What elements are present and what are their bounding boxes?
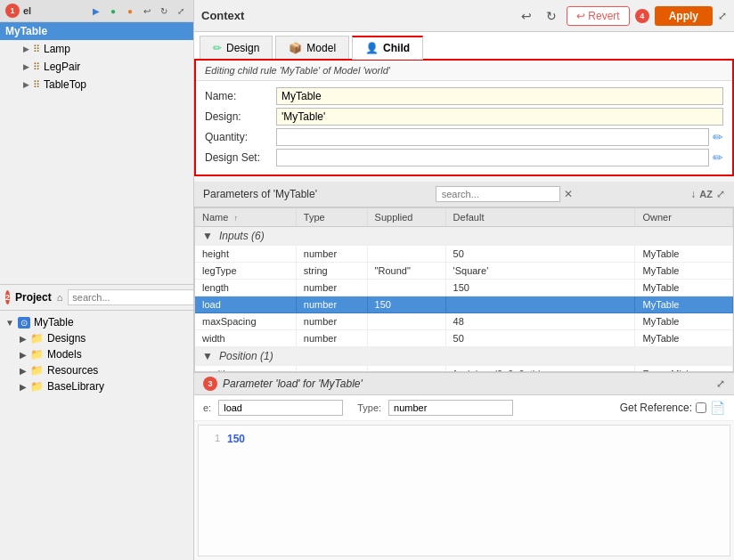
expand-icon[interactable]: ⤢ — [174, 4, 188, 18]
ptree-children: ▶ 📁 Designs ▶ 📁 Models ▶ 📁 Resources ▶ 📁 — [0, 330, 193, 394]
ptree-designs[interactable]: ▶ 📁 Designs — [14, 330, 193, 346]
redo-context-button[interactable]: ↻ — [542, 6, 561, 26]
tab-design[interactable]: ✏ Design — [200, 36, 273, 59]
circle-green-icon[interactable]: ● — [106, 4, 120, 18]
name-input[interactable] — [276, 87, 723, 105]
tree-item-lamp[interactable]: ▶ ⠿ Lamp — [18, 40, 193, 58]
design-row: Design: — [205, 108, 723, 126]
ptree-baselibrary[interactable]: ▶ 📁 BaseLibrary — [14, 378, 193, 394]
arrow-right-resources: ▶ — [20, 366, 27, 376]
circle-orange-icon[interactable]: ● — [123, 4, 137, 18]
cell-type: number — [296, 246, 367, 263]
project-icon1[interactable]: ⌂ — [57, 292, 63, 303]
cell-name: maxSpacing — [195, 313, 296, 330]
param-name-label: e: — [203, 402, 211, 413]
badge-2: 2 — [5, 290, 10, 304]
child-tab-label: Child — [383, 42, 410, 54]
expand-params-icon[interactable]: ⤢ — [716, 188, 725, 200]
cell-name: legType — [195, 263, 296, 280]
lamp-icon: ⠿ — [33, 44, 40, 55]
code-area: 1 150 — [198, 425, 730, 556]
designset-input[interactable] — [276, 149, 709, 166]
quantity-edit-icon[interactable]: ✏ — [713, 130, 723, 144]
param-editor-maximize-icon[interactable]: ⤢ — [716, 377, 725, 390]
project-header: 2 Project ⌂ ⤢ — [0, 285, 193, 311]
maximize-context-button[interactable]: ⤢ — [718, 10, 727, 22]
table-row[interactable]: legType string "Round" 'Square' MyTable — [195, 263, 733, 280]
context-title: Context — [201, 9, 244, 22]
badge-4: 4 — [635, 9, 649, 23]
undo-icon[interactable]: ↩ — [140, 4, 154, 18]
cell-name: position — [195, 366, 296, 373]
designset-row: Design Set: ✏ — [205, 149, 723, 166]
design-input[interactable] — [276, 108, 723, 126]
cell-type: number — [296, 280, 367, 296]
table-row[interactable]: position any { origin: p(0, 0, 0, this.p… — [195, 366, 733, 373]
cell-supplied — [367, 280, 445, 296]
header-actions: ↩ ↻ ↩ Revert 4 Apply ⤢ — [517, 6, 727, 26]
col-supplied[interactable]: Supplied — [367, 208, 445, 227]
redo-icon[interactable]: ↻ — [157, 4, 171, 18]
group-inputs: ▼ Inputs (6) — [195, 227, 733, 246]
tree-item-legpair[interactable]: ▶ ⠿ LegPair — [18, 58, 193, 76]
table-row-selected[interactable]: load number 150 MyTable — [195, 296, 733, 313]
model-tab-icon: 📦 — [289, 42, 302, 54]
group-position-collapse-icon[interactable]: ▼ — [202, 350, 213, 362]
tab-child[interactable]: 👤 Child — [352, 36, 423, 60]
ptree-mytable[interactable]: ▼ ⊙ MyTable — [0, 314, 193, 330]
cell-default — [445, 296, 635, 313]
code-line-1: 1 150 — [208, 433, 721, 445]
tab-model[interactable]: 📦 Model — [275, 36, 349, 59]
col-type[interactable]: Type — [296, 208, 367, 227]
arrow-icon: ▶ — [23, 45, 29, 53]
get-ref-label: Get Reference: — [620, 402, 692, 414]
table-row[interactable]: width number 50 MyTable — [195, 330, 733, 347]
ptree-designs-label: Designs — [47, 332, 86, 345]
col-default[interactable]: Default — [445, 208, 635, 227]
project-search[interactable] — [68, 289, 193, 305]
cell-default: 150 — [445, 280, 635, 296]
table-row[interactable]: maxSpacing number 48 MyTable — [195, 313, 733, 330]
cell-supplied — [367, 246, 445, 263]
sort-down-icon[interactable]: ↓ — [690, 188, 696, 200]
tree-item-mytable[interactable]: MyTable — [0, 22, 193, 40]
mytable-label: MyTable — [5, 25, 47, 37]
design-tab-icon: ✏ — [213, 42, 222, 54]
cell-type: any — [296, 366, 367, 373]
apply-button[interactable]: Apply — [655, 6, 713, 26]
cell-owner: MyTable — [635, 246, 733, 263]
tabletop-icon: ⠿ — [33, 79, 40, 91]
revert-button[interactable]: ↩ Revert — [567, 6, 629, 26]
table-row[interactable]: height number 50 MyTable — [195, 246, 733, 263]
param-name-input[interactable] — [218, 400, 343, 416]
col-name[interactable]: Name ↑ — [195, 208, 296, 227]
table-row[interactable]: length number 150 MyTable — [195, 280, 733, 296]
params-table: Name ↑ Type Supplied Default Owner ▼ Inp… — [195, 208, 733, 372]
ptree-resources[interactable]: ▶ 📁 Resources — [14, 362, 193, 378]
col-owner[interactable]: Owner — [635, 208, 733, 227]
cell-supplied — [367, 313, 445, 330]
search-clear-icon[interactable]: ✕ — [564, 188, 573, 200]
play-icon[interactable]: ▶ — [89, 4, 103, 18]
group-collapse-icon[interactable]: ▼ — [202, 230, 213, 242]
params-search-input[interactable] — [436, 186, 560, 202]
design-tab-label: Design — [226, 42, 259, 54]
name-row: Name: — [205, 87, 723, 105]
param-type-input[interactable] — [388, 400, 513, 416]
az-icon[interactable]: AZ — [699, 189, 713, 199]
tabs-bar: ✏ Design 📦 Model 👤 Child — [194, 32, 734, 61]
child-tab-icon: 👤 — [365, 42, 379, 54]
undo-context-button[interactable]: ↩ — [517, 6, 536, 26]
designset-edit-icon[interactable]: ✏ — [713, 150, 723, 165]
doc-icon[interactable]: 📄 — [710, 401, 725, 415]
cell-default: 50 — [445, 330, 635, 347]
tree-item-tabletop[interactable]: ▶ ⠿ TableTop — [18, 76, 193, 93]
cell-name: load — [195, 296, 296, 313]
ptree-models[interactable]: ▶ 📁 Models — [14, 346, 193, 362]
get-ref-checkbox[interactable] — [696, 402, 706, 413]
quantity-input[interactable] — [276, 128, 709, 146]
ptree-resources-label: Resources — [47, 364, 98, 377]
param-editor-title: Parameter 'load' for 'MyTable' — [223, 377, 363, 390]
params-icons: ↓ AZ ⤢ — [690, 188, 725, 200]
param-editor-header: 3 Parameter 'load' for 'MyTable' ⤢ — [194, 373, 734, 395]
